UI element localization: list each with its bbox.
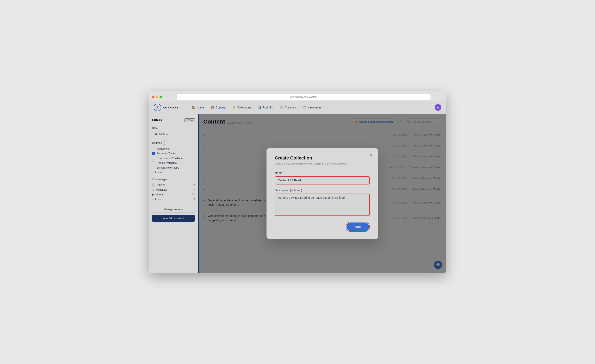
content-icon: 📋 [211,106,214,109]
clear-filters-button[interactable]: ⊘ Clear [184,118,195,122]
close-traffic-light[interactable] [152,96,155,98]
source-checkbox-authory-twitter[interactable]: ✓ [152,152,155,155]
add-button[interactable]: Add [347,222,369,231]
maximize-traffic-light[interactable] [159,96,162,98]
nav-right: R [435,104,441,111]
description-label: Description (optional) [275,189,370,192]
description-form-group: Description (optional) Authory's Twitter… [275,189,370,216]
source-checkbox-rohins-youtube[interactable] [152,161,155,164]
modal-subtitle: Create a new collection with the results… [275,162,370,165]
browser-chrome: app.authory.com/content [149,91,446,101]
name-form-group: Name [275,171,370,185]
sidebar: Filters ⊘ Clear Date 📅 All Time Sour [149,114,198,273]
clear-icon: ⊘ [185,119,187,122]
posts-icon: ≡ [152,198,154,201]
modal-title: Create Collection [275,155,370,161]
description-textarea[interactable]: Authory's Twitter Feed to be made into a… [275,194,369,215]
source-authory-twitter[interactable]: ✓ Authory's Twitter [152,151,195,156]
nav-links: 🏠 Home 📋 Content 📁 Collections 📊 Portfol… [189,104,435,111]
source-checkbox-singyi-pdfs[interactable] [152,166,155,169]
nav-item-newsletter[interactable]: ✉️ Newsletter [300,104,324,111]
name-input[interactable] [275,177,369,184]
newsletter-icon: ✉️ [303,106,306,109]
date-section-label: Date [152,126,195,129]
home-icon: 🏠 [192,106,195,109]
content-area: Content 1,221 search results 📁 Create au… [198,114,446,273]
create-collection-modal: × Create Collection Create a new collect… [267,148,378,239]
nav-item-collections[interactable]: 📁 Collections [229,104,254,111]
content-type-posts[interactable]: ≡ Posts 0 [152,197,195,202]
logo-icon: A [154,104,161,111]
source-authory-com[interactable]: authory.com [152,146,195,151]
modal-overlay[interactable]: × Create Collection Create a new collect… [198,114,446,273]
sources-help-icon[interactable]: ? [163,141,166,145]
podcasts-icon: 🎙 [152,188,155,191]
address-bar[interactable]: app.authory.com/content [177,94,431,100]
analytics-icon: 📈 [280,106,283,109]
address-text: app.authory.com/content [290,96,317,99]
nav-item-home[interactable]: 🏠 Home [189,104,207,111]
nav-item-portfolio[interactable]: 📊 Portfolio [255,104,276,111]
main-layout: Filters ⊘ Clear Date 📅 All Time Sour [149,114,446,273]
content-type-section: Content type 📄 Articles 0 🎙 Podcasts [152,178,195,202]
content-type-videos[interactable]: ▶ Videos 62 [152,192,195,197]
modal-footer: Add [275,222,370,232]
portfolio-icon: 📊 [258,106,261,109]
content-type-articles[interactable]: 📄 Articles 0 [152,183,195,187]
source-rohins-youtube[interactable]: Rohin's YouTube [152,161,195,165]
logo-area: A AUTHORY [154,104,179,111]
source-checkbox-downloaded-youtube[interactable] [152,157,155,159]
manage-sources-button[interactable]: Manage sources [152,206,195,213]
top-nav: A AUTHORY 🏠 Home 📋 Content 📁 Collections [149,101,446,114]
name-label: Name [275,171,370,175]
content-type-label: Content type [152,178,195,181]
date-filter[interactable]: 📅 All Time [152,131,195,137]
plus-icon: + [163,217,165,220]
nav-item-content[interactable]: 📋 Content [208,104,228,111]
modal-close-button[interactable]: × [368,152,374,158]
sources-section: Sources ? authory.com ✓ Authory's Twitte… [152,141,195,174]
articles-icon: 📄 [152,183,155,186]
filters-title: Filters [152,118,162,122]
nav-item-analytics[interactable]: 📈 Analytics [277,104,299,111]
sidebar-header: Filters ⊘ Clear [152,118,195,122]
more-sources-link[interactable]: ∨ 1 more [152,171,195,174]
avatar[interactable]: R [435,104,441,111]
collections-icon: 📁 [232,106,236,109]
source-downloaded-youtube[interactable]: Downloaded YouTube ... [152,156,195,161]
source-singyi-pdfs[interactable]: SingyiStroke PDFs [152,165,195,170]
add-content-button[interactable]: + + Add content [152,215,195,222]
description-textarea-wrapper: Authory's Twitter Feed to be made into a… [275,193,370,216]
calendar-icon: 📅 [154,133,158,136]
source-checkbox-authory-com[interactable] [152,147,155,150]
minimize-traffic-light[interactable] [156,96,158,98]
sources-section-label: Sources ? [152,141,195,145]
browser-window: app.authory.com/content A AUTHORY 🏠 Home… [149,91,446,273]
traffic-lights [152,96,162,98]
logo-text: AUTHORY [163,106,179,109]
videos-icon: ▶ [152,193,154,196]
app: A AUTHORY 🏠 Home 📋 Content 📁 Collections [149,101,446,273]
content-type-podcasts[interactable]: 🎙 Podcasts 0 [152,187,195,192]
name-input-wrapper [275,176,370,185]
add-button-wrapper: Add [346,222,370,232]
date-section: Date 📅 All Time [152,126,195,137]
